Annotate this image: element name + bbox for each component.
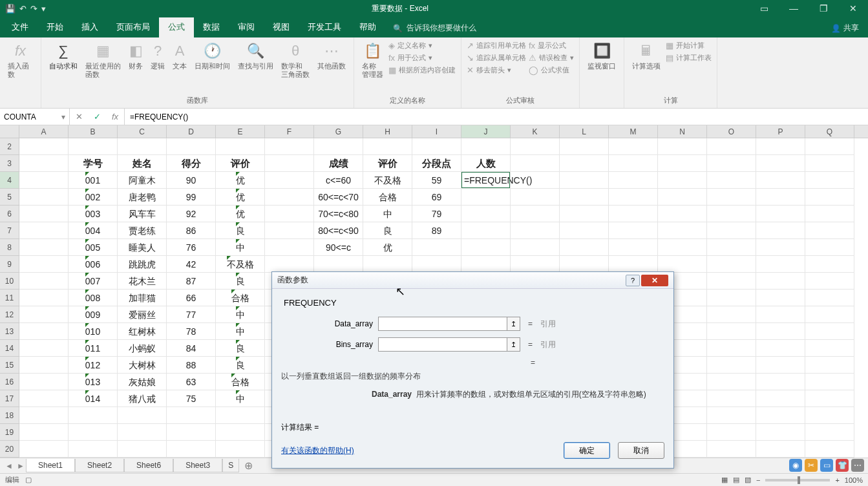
view-pagebreak-icon[interactable]: ▧ bbox=[745, 476, 751, 484]
cell-K8[interactable] bbox=[511, 239, 560, 256]
dialog-close-icon[interactable]: ✕ bbox=[641, 275, 668, 286]
recent-functions-button[interactable]: ▦最近使用的 函数 bbox=[83, 40, 123, 80]
row-header-7[interactable]: 7 bbox=[0, 222, 19, 239]
cell-M6[interactable] bbox=[609, 206, 658, 222]
cell-P9[interactable] bbox=[756, 256, 805, 273]
cell-A5[interactable] bbox=[19, 189, 69, 206]
cell-A19[interactable] bbox=[19, 424, 69, 441]
cell-M9[interactable] bbox=[609, 256, 658, 273]
cell-Q13[interactable] bbox=[805, 323, 854, 340]
bins-array-input[interactable] bbox=[378, 337, 507, 352]
cell-L4[interactable] bbox=[560, 172, 609, 189]
cell-Q12[interactable] bbox=[805, 306, 854, 323]
cell-E2[interactable] bbox=[216, 138, 265, 155]
cell-B4[interactable]: 001 bbox=[69, 172, 118, 189]
text-button[interactable]: A文本 bbox=[170, 40, 189, 72]
cell-C12[interactable]: 爱丽丝 bbox=[118, 306, 167, 323]
zoom-out-icon[interactable]: − bbox=[756, 476, 760, 484]
cell-K5[interactable] bbox=[511, 189, 560, 206]
cell-P4[interactable] bbox=[756, 172, 805, 189]
cell-E20[interactable] bbox=[216, 441, 265, 458]
cell-O19[interactable] bbox=[707, 424, 756, 441]
cell-C11[interactable]: 加菲猫 bbox=[118, 290, 167, 306]
row-header-11[interactable]: 11 bbox=[0, 290, 19, 306]
column-header-N[interactable]: N bbox=[658, 125, 707, 138]
cell-D4[interactable]: 90 bbox=[167, 172, 216, 189]
row-header-12[interactable]: 12 bbox=[0, 306, 19, 323]
cell-A18[interactable] bbox=[19, 407, 69, 424]
cell-F9[interactable] bbox=[265, 256, 314, 273]
cell-C20[interactable] bbox=[118, 441, 167, 458]
cell-E7[interactable]: 良 bbox=[216, 222, 265, 239]
cell-P13[interactable] bbox=[756, 323, 805, 340]
cell-O11[interactable] bbox=[707, 290, 756, 306]
cell-P3[interactable] bbox=[756, 155, 805, 172]
cell-C17[interactable]: 猪八戒 bbox=[118, 390, 167, 407]
column-header-E[interactable]: E bbox=[216, 125, 265, 138]
cell-F6[interactable] bbox=[265, 206, 314, 222]
ok-button[interactable]: 确定 bbox=[564, 442, 610, 459]
cell-E3[interactable]: 评价 bbox=[216, 155, 265, 172]
cell-O5[interactable] bbox=[707, 189, 756, 206]
cell-G9[interactable] bbox=[314, 256, 363, 273]
cell-E13[interactable]: 中 bbox=[216, 323, 265, 340]
cell-G8[interactable]: 90<=c bbox=[314, 239, 363, 256]
cell-Q9[interactable] bbox=[805, 256, 854, 273]
cell-J3[interactable]: 人数 bbox=[461, 155, 511, 172]
cell-C9[interactable]: 跳跳虎 bbox=[118, 256, 167, 273]
calc-now-button[interactable]: ▦开始计算 bbox=[666, 40, 712, 51]
cell-I3[interactable]: 分段点 bbox=[412, 155, 461, 172]
cell-O3[interactable] bbox=[707, 155, 756, 172]
select-all-corner[interactable] bbox=[0, 125, 19, 138]
cancel-button[interactable]: 取消 bbox=[618, 442, 664, 459]
cell-E14[interactable]: 良 bbox=[216, 340, 265, 357]
row-header-18[interactable]: 18 bbox=[0, 407, 19, 424]
tab-view[interactable]: 视图 bbox=[264, 17, 299, 37]
cell-B12[interactable]: 009 bbox=[69, 306, 118, 323]
cell-H8[interactable]: 优 bbox=[363, 239, 412, 256]
row-header-8[interactable]: 8 bbox=[0, 239, 19, 256]
cell-K7[interactable] bbox=[511, 222, 560, 239]
cell-A16[interactable] bbox=[19, 374, 69, 390]
cell-L5[interactable] bbox=[560, 189, 609, 206]
column-header-K[interactable]: K bbox=[511, 125, 560, 138]
zoom-level[interactable]: 100% bbox=[845, 476, 863, 484]
cell-I8[interactable] bbox=[412, 239, 461, 256]
tray-icon[interactable]: ▭ bbox=[820, 459, 833, 472]
cell-D20[interactable] bbox=[167, 441, 216, 458]
cell-L2[interactable] bbox=[560, 138, 609, 155]
dialog-titlebar[interactable]: 函数参数 ? ✕ bbox=[272, 272, 673, 289]
tray-icon[interactable]: ✂ bbox=[805, 459, 818, 472]
cell-M5[interactable] bbox=[609, 189, 658, 206]
cell-D7[interactable]: 86 bbox=[167, 222, 216, 239]
cell-J2[interactable] bbox=[461, 138, 511, 155]
column-header-F[interactable]: F bbox=[265, 125, 314, 138]
cell-I5[interactable]: 69 bbox=[412, 189, 461, 206]
cell-D13[interactable]: 78 bbox=[167, 323, 216, 340]
cell-Q6[interactable] bbox=[805, 206, 854, 222]
fx-icon[interactable]: fx bbox=[106, 112, 124, 122]
cell-J7[interactable] bbox=[461, 222, 511, 239]
cell-B19[interactable] bbox=[69, 424, 118, 441]
cell-O20[interactable] bbox=[707, 441, 756, 458]
cell-N3[interactable] bbox=[658, 155, 707, 172]
cell-O6[interactable] bbox=[707, 206, 756, 222]
cell-G6[interactable]: 70<=c<80 bbox=[314, 206, 363, 222]
row-header-10[interactable]: 10 bbox=[0, 273, 19, 290]
cell-C16[interactable]: 灰姑娘 bbox=[118, 374, 167, 390]
range-picker-icon[interactable]: ↥ bbox=[507, 317, 520, 331]
cell-L3[interactable] bbox=[560, 155, 609, 172]
cell-A14[interactable] bbox=[19, 340, 69, 357]
cell-L9[interactable] bbox=[560, 256, 609, 273]
cell-A9[interactable] bbox=[19, 256, 69, 273]
cell-A8[interactable] bbox=[19, 239, 69, 256]
cell-E5[interactable]: 优 bbox=[216, 189, 265, 206]
cell-D11[interactable]: 66 bbox=[167, 290, 216, 306]
cell-E10[interactable]: 良 bbox=[216, 273, 265, 290]
cell-E15[interactable]: 良 bbox=[216, 357, 265, 374]
zoom-slider[interactable] bbox=[765, 479, 830, 481]
cell-I6[interactable]: 79 bbox=[412, 206, 461, 222]
cell-E12[interactable]: 中 bbox=[216, 306, 265, 323]
column-header-G[interactable]: G bbox=[314, 125, 363, 138]
tell-me-search[interactable]: 🔍 告诉我你想要做什么 bbox=[385, 19, 484, 37]
